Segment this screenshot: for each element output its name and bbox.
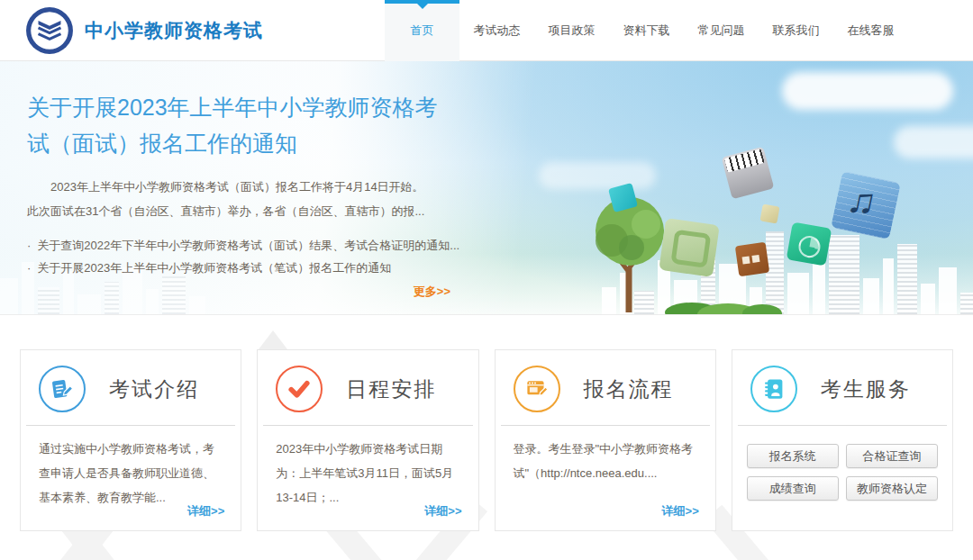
background-triangle: [259, 330, 287, 349]
detail-link-schedule[interactable]: 详细>>: [424, 503, 461, 519]
card-body: 通过实施中小学教师资格考试，考查申请人是否具备教师职业道德、基本素养、教育教学能…: [21, 426, 241, 510]
nav-item-home[interactable]: 首页: [385, 0, 459, 61]
site-title: 中小学教师资格考试: [85, 18, 263, 43]
nav-item-online-service[interactable]: 在线客服: [833, 0, 908, 61]
cloud: [539, 162, 656, 189]
nav-item-downloads[interactable]: 资料下载: [609, 0, 684, 61]
site-header: 中小学教师资格考试 首页 考试动态 项目政策 资料下载 常见问题 联系我们 在线…: [0, 0, 973, 61]
floating-cube-brown: [735, 242, 769, 276]
cloud: [782, 72, 953, 110]
site-logo-icon[interactable]: [25, 6, 74, 55]
more-link[interactable]: 更多>>: [27, 284, 450, 300]
card-body: 登录。考生登录"中小学教师资格考试"（http://ntce.neea.edu.…: [496, 426, 715, 485]
floating-cube-green: [659, 218, 719, 277]
card-body: 2023年中小学教师资格考试日期为：上半年笔试3月11日，面试5月13-14日；…: [258, 426, 477, 510]
notice-summary: 2023年上半年中小学教师资格考试（面试）报名工作将于4月14日开始。此次面试在…: [27, 175, 434, 223]
floating-cube-chart: [787, 221, 832, 266]
schedule-check-icon: [276, 366, 323, 412]
candidate-services-icon: [750, 366, 797, 412]
certificate-query-button[interactable]: 合格证查询: [846, 444, 938, 468]
notice-title-link[interactable]: 关于开展2023年上半年中小学教师资格考试（面试）报名工作的通知: [27, 89, 441, 161]
nav-item-exam-news[interactable]: 考试动态: [459, 0, 534, 61]
nav-item-faq[interactable]: 常见问题: [684, 0, 759, 61]
banner-text-column: 关于开展2023年上半年中小学教师资格考试（面试）报名工作的通知 2023年上半…: [27, 89, 450, 300]
nav-item-contact[interactable]: 联系我们: [759, 0, 833, 61]
feature-cards: 考试介绍 通过实施中小学教师资格考试，考查申请人是否具备教师职业道德、基本素养、…: [20, 349, 953, 531]
exam-intro-icon: [39, 366, 86, 412]
teacher-certification-button[interactable]: 教师资格认定: [846, 476, 938, 501]
cloud: [894, 126, 973, 158]
hero-banner: 关于开展2023年上半年中小学教师资格考试（面试）报名工作的通知 2023年上半…: [0, 61, 973, 315]
nav-item-policies[interactable]: 项目政策: [534, 0, 609, 61]
floating-cube-beige: [759, 203, 779, 223]
service-buttons: 报名系统 合格证查询 成绩查询 教师资格认定: [732, 426, 952, 501]
detail-link-signup-flow[interactable]: 详细>>: [662, 503, 699, 519]
score-query-button[interactable]: 成绩查询: [747, 476, 839, 501]
card-title: 日程安排: [346, 375, 436, 403]
floating-cube-music: [831, 171, 901, 239]
card-candidate-services: 考生服务 报名系统 合格证查询 成绩查询 教师资格认定: [732, 349, 953, 531]
bushes-illustration: [665, 294, 782, 315]
card-title: 考试介绍: [109, 375, 199, 403]
detail-link-exam-intro[interactable]: 详细>>: [187, 503, 224, 519]
card-signup-flow: 报名流程 登录。考生登录"中小学教师资格考试"（http://ntce.neea…: [495, 349, 716, 531]
signup-system-button[interactable]: 报名系统: [747, 444, 839, 468]
floating-cube-piano: [722, 147, 775, 200]
card-exam-intro: 考试介绍 通过实施中小学教师资格考试，考查申请人是否具备教师职业道德、基本素养、…: [20, 349, 241, 531]
card-schedule: 日程安排 2023年中小学教师资格考试日期为：上半年笔试3月11日，面试5月13…: [257, 349, 478, 531]
notice-list-item[interactable]: 关于开展2023年上半年中小学教师资格考试（笔试）报名工作的通知: [27, 257, 450, 279]
main-nav: 首页 考试动态 项目政策 资料下载 常见问题 联系我们 在线客服: [385, 0, 908, 61]
notice-list: 关于查询2022年下半年中小学教师资格考试（面试）结果、考试合格证明的通知...…: [27, 234, 450, 279]
signup-flow-icon: [514, 366, 560, 412]
notice-list-item[interactable]: 关于查询2022年下半年中小学教师资格考试（面试）结果、考试合格证明的通知...: [27, 234, 450, 257]
card-title: 报名流程: [584, 375, 674, 403]
card-title: 考生服务: [821, 375, 911, 403]
